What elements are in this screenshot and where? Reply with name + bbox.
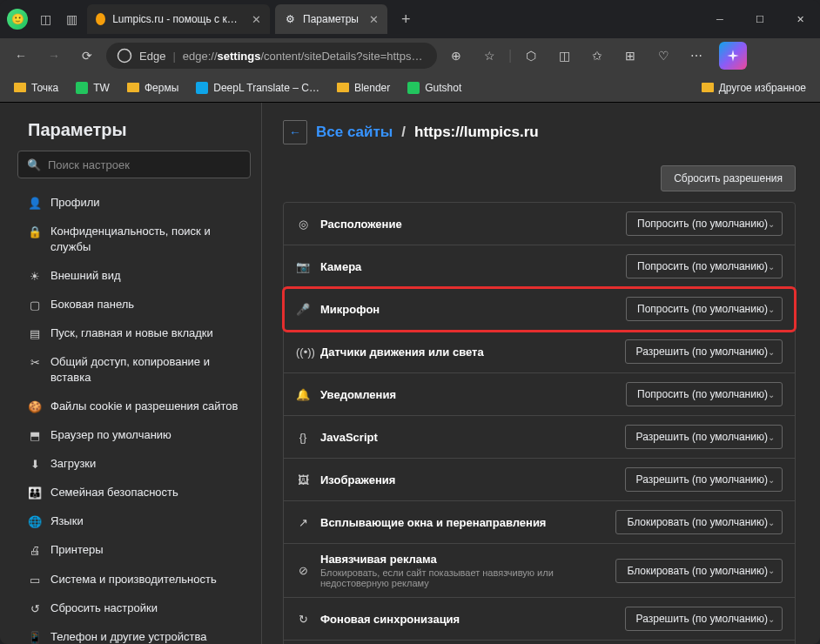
profile-avatar[interactable]: 🙂	[7, 9, 28, 30]
reset-permissions-button[interactable]: Сбросить разрешения	[661, 165, 796, 191]
permission-select[interactable]: Попросить (по умолчанию) ⌄	[626, 382, 783, 406]
maximize-button[interactable]: ☐	[740, 2, 780, 37]
permission-icon: 🖼	[296, 473, 310, 486]
permission-select[interactable]: Попросить (по умолчанию) ⌄	[626, 297, 783, 321]
permission-row-камера: 📷 Камера Попросить (по умолчанию) ⌄	[284, 245, 795, 288]
extensions-icon[interactable]: ⬡	[517, 42, 545, 70]
sidebar-icon: ⬇	[28, 457, 42, 473]
close-button[interactable]: ✕	[780, 2, 820, 37]
permission-label: Расположение	[320, 218, 615, 231]
minimize-button[interactable]: ─	[700, 2, 740, 37]
sidebar-item-1[interactable]: 🔒Конфиденциальность, поиск и службы	[17, 218, 251, 261]
chevron-down-icon: ⌄	[768, 518, 775, 527]
sidebar-item-2[interactable]: ☀Внешний вид	[17, 262, 251, 291]
sidebar-item-label: Внешний вид	[50, 268, 121, 284]
sidebar-item-0[interactable]: 👤Профили	[17, 189, 251, 218]
sidebar-item-11[interactable]: 🖨Принтеры	[17, 536, 251, 565]
sidebar-item-12[interactable]: ▭Система и производительность	[17, 566, 251, 594]
sidebar-item-label: Языки	[50, 513, 84, 529]
close-icon[interactable]: ✕	[369, 13, 379, 26]
tab-title: Lumpics.ru - помощь с компьют…	[112, 13, 241, 25]
permission-icon: ◎	[296, 218, 310, 231]
performance-icon[interactable]: ♡	[649, 42, 677, 70]
search-placeholder: Поиск настроек	[48, 158, 130, 171]
address-bar[interactable]: Edge | edge://settings/content/siteDetai…	[106, 43, 437, 69]
sidebar-item-label: Загрузки	[50, 456, 96, 472]
sidebar-item-label: Семейная безопасность	[50, 485, 178, 500]
permission-select[interactable]: Разрешить (по умолчанию) ⌄	[625, 467, 783, 492]
search-input[interactable]: 🔍 Поиск настроек	[17, 151, 251, 178]
bookmark-tw[interactable]: TW	[69, 78, 117, 97]
permission-value: Разрешить (по умолчанию)	[636, 345, 768, 358]
bookmark-blender[interactable]: Blender	[330, 78, 397, 97]
permission-value: Попросить (по умолчанию)	[637, 218, 768, 230]
vertical-tabs-icon[interactable]: ▥	[63, 12, 80, 26]
sidebar-item-13[interactable]: ↺Сбросить настройки	[17, 594, 251, 623]
sidebar-icon: 🌐	[28, 514, 42, 530]
permission-select[interactable]: Попросить (по умолчанию) ⌄	[626, 211, 783, 236]
workspaces-icon[interactable]: ◫	[37, 12, 54, 26]
sidebar-item-label: Файлы cookie и разрешения сайтов	[50, 399, 238, 414]
sidebar-icon: 🖨	[28, 543, 42, 559]
sidebar-item-14[interactable]: 📱Телефон и другие устройства	[17, 623, 251, 644]
bookmark-deepl[interactable]: DeepL Translate – C…	[189, 78, 326, 97]
permission-select[interactable]: Блокировать (по умолчанию) ⌄	[615, 559, 783, 583]
sidebar-icon: ↺	[28, 601, 42, 617]
sidebar-icon: ▭	[28, 573, 42, 588]
copilot-button[interactable]	[719, 42, 747, 70]
search-icon[interactable]: ⊕	[442, 42, 470, 70]
forward-button[interactable]: →	[40, 42, 68, 70]
permission-select[interactable]: Попросить (по умолчанию) ⌄	[626, 254, 783, 278]
chevron-down-icon: ⌄	[768, 347, 775, 357]
close-icon[interactable]: ✕	[252, 13, 261, 26]
permission-select[interactable]: Разрешить (по умолчанию) ⌄	[625, 607, 783, 631]
permission-row-изображения: 🖼 Изображения Разрешить (по умолчанию) ⌄	[284, 459, 795, 501]
permission-value: Попросить (по умолчанию)	[637, 303, 768, 315]
back-button[interactable]: ←	[7, 42, 35, 70]
bookmark-tochka[interactable]: Точка	[7, 78, 65, 97]
sidebar-item-4[interactable]: ▤Пуск, главная и новые вкладки	[17, 319, 251, 348]
permission-icon: 🔔	[296, 388, 310, 401]
sidebar-item-10[interactable]: 🌐Языки	[17, 507, 251, 536]
sidebar-item-5[interactable]: ✂Общий доступ, копирование и вставка	[17, 348, 251, 392]
permission-value: Попросить (по умолчанию)	[637, 388, 768, 400]
bookmark-gutshot[interactable]: Gutshot	[400, 78, 468, 97]
breadcrumb-back-button[interactable]: ←	[283, 120, 307, 144]
breadcrumb: ← Все сайты / https://lumpics.ru	[283, 120, 796, 144]
sidebar-title: Параметры	[17, 120, 251, 140]
sidebar-item-8[interactable]: ⬇Загрузки	[17, 450, 251, 479]
breadcrumb-site: https://lumpics.ru	[414, 124, 539, 141]
split-icon[interactable]: ◫	[550, 42, 578, 70]
chevron-down-icon: ⌄	[768, 305, 775, 314]
permission-row-микрофон: 🎤 Микрофон Попросить (по умолчанию) ⌄	[284, 288, 795, 331]
permission-value: Разрешить (по умолчанию)	[636, 473, 768, 486]
sidebar-icon: ▤	[28, 326, 42, 342]
new-tab-button[interactable]: +	[393, 10, 420, 29]
permission-icon: {}	[296, 431, 310, 444]
breadcrumb-all-sites[interactable]: Все сайты	[316, 124, 393, 141]
collections-icon[interactable]: ⊞	[616, 42, 644, 70]
sidebar-icon: ⬒	[28, 428, 42, 444]
bookmark-other[interactable]: Другое избранное	[695, 78, 813, 97]
permission-select[interactable]: Разрешить (по умолчанию) ⌄	[625, 339, 783, 364]
permission-select[interactable]: Разрешить (по умолчанию) ⌄	[625, 425, 783, 449]
favorites-icon[interactable]: ✩	[583, 42, 611, 70]
sidebar-item-3[interactable]: ▢Боковая панель	[17, 291, 251, 319]
sidebar-item-7[interactable]: ⬒Браузер по умолчанию	[17, 421, 251, 450]
permission-subtitle: Блокировать, если сайт показывает навязч…	[320, 567, 605, 588]
folder-icon	[127, 83, 139, 92]
favorite-icon[interactable]: ☆	[475, 42, 503, 70]
sidebar-item-label: Принтеры	[50, 542, 104, 558]
bookmark-fermy[interactable]: Фермы	[120, 78, 185, 97]
tab-settings[interactable]: ⚙ Параметры ✕	[275, 4, 387, 34]
permission-select[interactable]: Блокировать (по умолчанию) ⌄	[615, 510, 783, 534]
tab-lumpics[interactable]: Lumpics.ru - помощь с компьют… ✕	[87, 4, 270, 34]
menu-icon[interactable]: ⋯	[682, 42, 710, 70]
permission-label: Камера	[320, 260, 615, 273]
refresh-button[interactable]: ⟳	[73, 42, 101, 70]
chevron-down-icon: ⌄	[768, 433, 775, 442]
permission-label: Уведомления	[320, 388, 615, 401]
permission-label: Микрофон	[320, 303, 615, 316]
sidebar-item-9[interactable]: 👪Семейная безопасность	[17, 479, 251, 507]
sidebar-item-6[interactable]: 🍪Файлы cookie и разрешения сайтов	[17, 392, 251, 421]
